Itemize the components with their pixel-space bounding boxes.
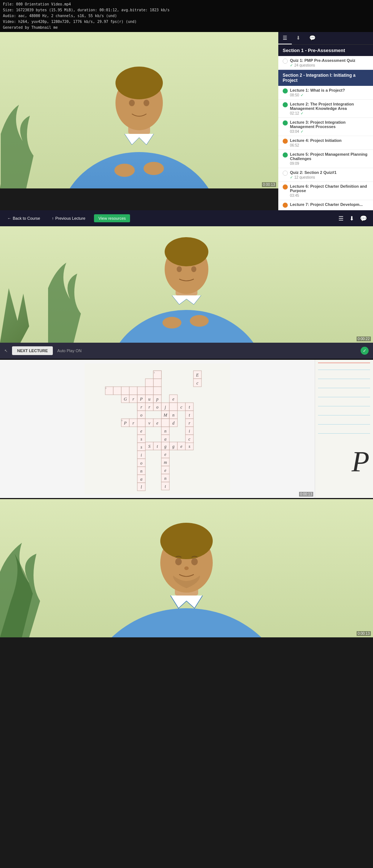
svg-text:o: o	[140, 413, 142, 418]
lecture-3-icon	[283, 120, 288, 126]
svg-text:e: e	[172, 397, 174, 402]
back-to-course-button[interactable]: ← Back to Course	[4, 215, 43, 222]
svg-text:e: e	[140, 429, 142, 434]
notepad-letter-p: P	[352, 447, 369, 476]
lecture-1-icon	[283, 88, 288, 93]
next-lecture-bar: ↖ NEXT LECTURE Auto Play ON ✓	[0, 343, 373, 359]
section-1-header: Section 1 - Pre-Assessment	[278, 45, 373, 56]
svg-point-148	[191, 558, 198, 565]
toolbar-left: ← Back to Course ↑ Previous Lecture View…	[4, 214, 130, 222]
svg-point-6	[144, 100, 149, 106]
svg-text:v: v	[148, 421, 150, 426]
lecture-7-title: Lecture 7: Project Charter Developm...	[290, 202, 363, 207]
notepad-line-8	[318, 433, 370, 434]
notepad-line-4	[318, 397, 370, 397]
lecture-item-5[interactable]: Lecture 5: Project Management Planning C…	[278, 150, 373, 168]
lecture-5-title: Lecture 5: Project Management Planning C…	[290, 152, 369, 161]
svg-text:r: r	[141, 405, 142, 410]
crossword-area: .cw { fill:#fdf0ee; stroke:#c4a8a0; stro…	[0, 360, 315, 498]
svg-rect-134	[161, 419, 169, 427]
svg-point-14	[177, 266, 182, 272]
up-arrow-icon: ↑	[52, 216, 54, 220]
svg-text:r: r	[189, 421, 191, 426]
quiz-1-item[interactable]: Quiz 1: PMP Pre-Assessment Quiz ✓ 24 que…	[278, 56, 373, 70]
svg-text:n: n	[172, 413, 174, 418]
view-resources-button[interactable]: View resources	[94, 214, 130, 222]
svg-text:o: o	[140, 461, 142, 466]
svg-text:r: r	[149, 405, 150, 410]
svg-rect-118	[153, 379, 161, 387]
svg-point-17	[190, 315, 209, 327]
video-section-3[interactable]: 0:00:13	[0, 499, 373, 637]
svg-text:n: n	[164, 476, 166, 481]
section-1-title: Section 1 - Pre-Assessment	[283, 48, 345, 53]
lecture-4-meta: 06:52	[290, 143, 342, 147]
svg-text:i: i	[141, 453, 142, 458]
file-info-line1: File: 000 Orientation Video.mp4	[3, 1, 370, 7]
download-icon[interactable]: ⬇	[348, 214, 356, 223]
presenter-container-3: 0:00:13	[0, 499, 373, 637]
svg-text:P: P	[123, 421, 127, 426]
svg-point-13	[165, 237, 208, 266]
svg-point-149	[184, 566, 189, 570]
lecture-item-7[interactable]: Lecture 7: Project Charter Developm...	[278, 200, 373, 210]
quiz-2-item[interactable]: Quiz 2: Section 2 Quiz#1 ✓12 questions	[278, 168, 373, 182]
previous-lecture-button[interactable]: ↑ Previous Lecture	[49, 215, 88, 222]
lecture-5-icon	[283, 152, 288, 158]
quiz-icon	[283, 59, 288, 64]
video-section-1: 0:00:13 ☰ ⬇ 💬 Section 1 - Pre-Assessment…	[0, 32, 373, 210]
chat-icon[interactable]: 💬	[358, 214, 369, 223]
notepad-line-3	[318, 388, 370, 388]
svg-rect-129	[137, 419, 145, 427]
svg-text:M: M	[163, 413, 168, 418]
lecture-7-icon	[283, 203, 288, 208]
svg-text:e: e	[164, 452, 166, 457]
auto-play-button[interactable]: Auto Play ON	[57, 349, 82, 353]
quiz-2-title: Quiz 2: Section 2 Quiz#1	[290, 170, 337, 175]
lecture-item-6[interactable]: Lecture 6: Project Charter Definition an…	[278, 182, 373, 200]
svg-text:u: u	[148, 397, 150, 402]
svg-rect-117	[137, 387, 145, 395]
tab-curriculum[interactable]: ☰	[278, 32, 292, 44]
svg-text:p: p	[156, 397, 158, 402]
video-section-2: 0:00:22	[0, 226, 373, 343]
video-player-2[interactable]: 0:00:22	[0, 226, 373, 343]
notepad-area: P	[315, 360, 373, 498]
lecture-2-title: Lecture 2: The Project Integration Manag…	[290, 102, 369, 111]
svg-point-4	[115, 67, 163, 99]
lecture-1-meta: 08:50✓	[290, 93, 345, 97]
lecture-item-2[interactable]: Lecture 2: The Project Integration Manag…	[278, 100, 373, 118]
svg-text:a: a	[140, 477, 142, 482]
svg-point-147	[175, 558, 182, 565]
lecture-item-3[interactable]: Lecture 3: Project Integration Managemen…	[278, 118, 373, 136]
presenter-2	[0, 226, 373, 343]
tab-download[interactable]: ⬇	[292, 32, 305, 44]
notepad-line-7	[318, 424, 370, 425]
lecture-6-meta: 03:45	[290, 194, 369, 198]
svg-text:n: n	[140, 469, 142, 474]
svg-text:r: r	[133, 397, 134, 402]
completion-indicator: ✓	[361, 347, 369, 355]
file-info-line3: Audio: aac, 48000 Hz, 2 channels, s16, 5…	[3, 13, 370, 19]
svg-text:c: c	[188, 437, 191, 442]
svg-rect-120	[145, 379, 153, 387]
svg-text:d: d	[172, 421, 175, 426]
svg-text:n: n	[164, 429, 166, 434]
file-info-bar: File: 000 Orientation Video.mp4 Size: 16…	[0, 0, 373, 32]
lecture-3-meta: 03:04✓	[290, 130, 369, 134]
svg-rect-121	[145, 387, 153, 395]
cursor-icon: ↖	[4, 349, 8, 353]
lecture-6-title: Lecture 6: Project Charter Definition an…	[290, 184, 369, 193]
svg-point-15	[191, 266, 196, 272]
quiz-1-meta: ✓ 24 questions	[290, 63, 356, 67]
svg-rect-114	[113, 387, 121, 395]
video-player-1[interactable]: 0:00:13	[0, 32, 278, 188]
svg-text:e: e	[180, 444, 182, 449]
next-lecture-button[interactable]: NEXT LECTURE	[12, 346, 53, 355]
svg-text:c: c	[180, 405, 182, 410]
svg-rect-115	[121, 387, 129, 395]
lecture-item-4[interactable]: Lecture 4: Project Initiation 06:52	[278, 136, 373, 150]
lecture-item-1[interactable]: Lecture 1: What is a Project? 08:50✓	[278, 86, 373, 100]
list-view-icon[interactable]: ☰	[337, 214, 345, 223]
tab-chat[interactable]: 💬	[305, 32, 320, 44]
